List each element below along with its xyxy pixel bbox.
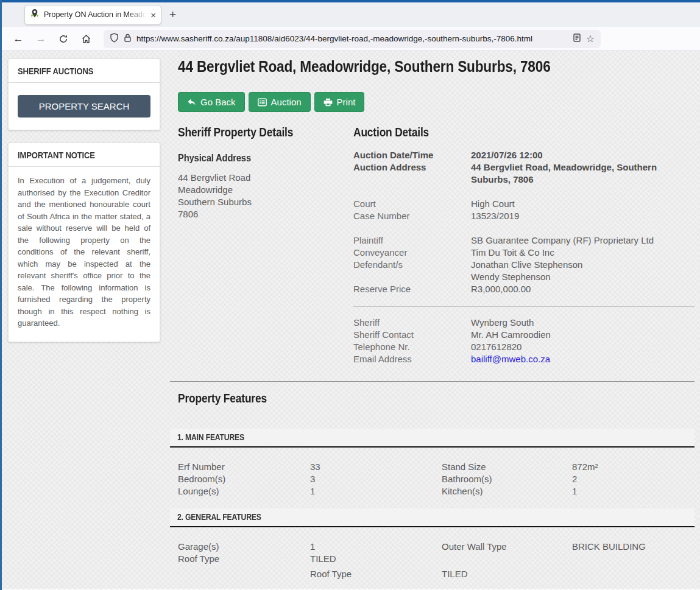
feature-value: 2	[572, 473, 695, 485]
important-notice-text: In Execution of a judgement, duly author…	[9, 167, 160, 342]
court-group: Court High Court Case Number 13523/2019	[353, 198, 695, 222]
feature-label: Kitchen(s)	[442, 485, 572, 497]
browser-window: Property ON Auction in Meado × + ← → htt…	[0, 0, 700, 590]
page-content: SHERIFF AUCTIONS PROPERTY SEARCH IMPORTA…	[2, 51, 700, 589]
auction-details-heading: Auction Details	[353, 125, 695, 139]
site-favicon-pin-icon	[30, 9, 40, 21]
feature-label: Erf Number	[178, 461, 310, 473]
detail-row: Auction Address 44 Bergvliet Road, Meado…	[353, 161, 695, 186]
auction-details: Auction Details Auction Date/Time 2021/0…	[353, 125, 695, 365]
feature-value: TILED	[310, 553, 442, 565]
forward-icon[interactable]: →	[32, 33, 50, 45]
tab-close-icon[interactable]: ×	[150, 10, 156, 19]
reload-icon[interactable]	[54, 33, 72, 45]
reader-view-icon[interactable]	[573, 33, 581, 45]
tracking-shield-icon[interactable]	[110, 33, 119, 45]
auction-divider	[353, 306, 695, 307]
feature-label: Roof Type	[310, 568, 442, 580]
feature-label: Stand Size	[442, 461, 572, 473]
detail-row: Court High Court	[353, 198, 695, 210]
feature-value	[572, 553, 695, 565]
property-search-button[interactable]: PROPERTY SEARCH	[18, 95, 150, 118]
list-icon	[258, 98, 267, 107]
main-content: 44 Bergvliet Road, Meadowridge, Southern…	[170, 51, 695, 580]
detail-row: Case Number 13523/2019	[353, 210, 695, 222]
detail-row: Sheriff Contact Mr. AH Camroodien	[353, 329, 695, 341]
details-section: Sheriff Property Details Physical Addres…	[170, 125, 695, 365]
action-button-row: Go Back Auction Print	[178, 92, 695, 112]
detail-row: Conveyancer Tim Du Toit & Co Inc	[353, 247, 695, 259]
address-line: Southern Suburbs	[178, 196, 353, 208]
sheriff-auctions-heading: SHERIFF AUCTIONS	[9, 59, 160, 83]
detail-row: Telephone Nr. 0217612820	[353, 341, 695, 353]
feature-label: Garage(s)	[178, 541, 310, 553]
feature-label	[442, 553, 572, 565]
bookmark-star-icon[interactable]: ☆	[586, 33, 595, 44]
printer-icon	[323, 98, 333, 107]
reply-arrow-icon	[187, 98, 196, 107]
detail-row: Email Address bailiff@mweb.co.za	[353, 353, 695, 365]
main-features-bar: 1. MAIN FEATURES	[170, 429, 695, 448]
feature-value: 33	[310, 461, 442, 473]
feature-value: BRICK BUILDING	[572, 541, 695, 553]
physical-address-heading: Physical Address	[178, 152, 353, 164]
back-icon[interactable]: ←	[9, 33, 27, 45]
url-text[interactable]: https://www.sasheriff.co.za/aup11808/aid…	[136, 34, 568, 43]
detail-row: Reserve Price R3,000,000.00	[353, 283, 695, 295]
detail-row: Auction Date/Time 2021/07/26 12:00	[353, 149, 695, 161]
go-back-button[interactable]: Go Back	[178, 92, 245, 112]
property-details-heading: Sheriff Property Details	[178, 125, 353, 139]
feature-label: Bathroom(s)	[442, 473, 572, 485]
property-features-heading: Property Features	[178, 392, 695, 406]
feature-value: 1	[310, 541, 442, 553]
address-line: 7806	[178, 208, 353, 220]
padlock-icon[interactable]	[124, 33, 132, 45]
new-tab-button[interactable]: +	[169, 8, 176, 21]
auction-button[interactable]: Auction	[249, 92, 311, 112]
sidebar: SHERIFF AUCTIONS PROPERTY SEARCH IMPORTA…	[8, 58, 160, 354]
feature-value: 872m²	[572, 461, 695, 473]
sheriff-property-details: Sheriff Property Details Physical Addres…	[170, 125, 353, 365]
tab-title: Property ON Auction in Meado	[44, 10, 146, 19]
detail-row: Defendant/s Jonathan Clive Stephenson	[353, 259, 695, 271]
sheriff-email-link[interactable]: bailiff@mweb.co.za	[471, 354, 550, 364]
feature-label: Bedroom(s)	[178, 473, 310, 485]
main-features-grid: Erf Number 33 Stand Size 872m² Bedroom(s…	[170, 461, 695, 497]
physical-address: 44 Bergvliet Road Meadowridge Southern S…	[178, 172, 353, 220]
navigation-toolbar: ← → https://www.sasheriff.co.za/aup11808…	[2, 27, 700, 51]
detail-row: Sheriff Wynberg South	[353, 317, 695, 329]
auction-highlight-group: Auction Date/Time 2021/07/26 12:00 Aucti…	[353, 149, 695, 186]
important-notice-card: IMPORTANT NOTICE In Execution of a judge…	[8, 142, 160, 342]
feature-label: Outer Wall Type	[442, 541, 572, 553]
feature-value	[572, 568, 695, 580]
detail-row: Wendy Stephenson	[353, 271, 695, 283]
section-divider	[170, 381, 695, 382]
sheriff-auctions-card: SHERIFF AUCTIONS PROPERTY SEARCH	[8, 58, 160, 130]
address-line: 44 Bergvliet Road	[178, 172, 353, 184]
tab-strip: Property ON Auction in Meado × +	[2, 2, 700, 27]
feature-value: 1	[310, 485, 442, 497]
feature-value: TILED	[442, 568, 572, 580]
url-bar[interactable]: https://www.sasheriff.co.za/aup11808/aid…	[104, 30, 601, 48]
general-features-grid: Garage(s) 1 Outer Wall Type BRICK BUILDI…	[170, 541, 695, 580]
sheriff-group: Sheriff Wynberg South Sheriff Contact Mr…	[353, 317, 695, 365]
feature-label: Roof Type	[178, 553, 310, 565]
feature-value: 1	[572, 485, 695, 497]
general-features-bar: 2. GENERAL FEATURES	[170, 508, 695, 527]
home-icon[interactable]	[77, 33, 95, 45]
feature-label	[178, 568, 310, 580]
print-button[interactable]: Print	[314, 92, 365, 112]
address-line: Meadowridge	[178, 184, 353, 196]
feature-label: Lounge(s)	[178, 485, 310, 497]
detail-row: Plaintiff SB Guarantee Company (RF) Prop…	[353, 234, 695, 247]
feature-value: 3	[310, 473, 442, 485]
browser-tab[interactable]: Property ON Auction in Meado ×	[24, 5, 161, 25]
parties-group: Plaintiff SB Guarantee Company (RF) Prop…	[353, 234, 695, 295]
page-title: 44 Bergvliet Road, Meadowridge, Southern…	[178, 57, 695, 76]
important-notice-heading: IMPORTANT NOTICE	[9, 143, 160, 167]
